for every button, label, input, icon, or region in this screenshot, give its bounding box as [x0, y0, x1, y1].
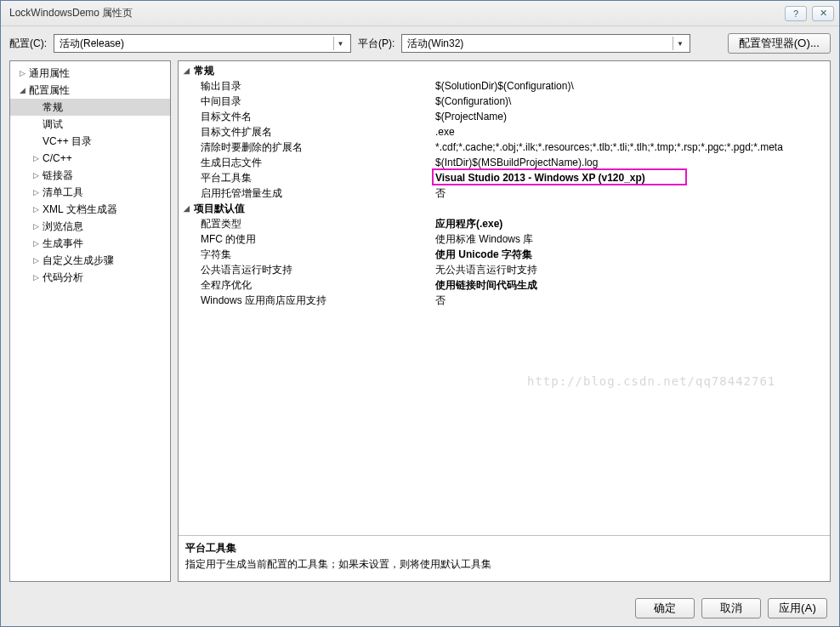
config-manager-button[interactable]: 配置管理器(O)...: [728, 33, 831, 54]
property-label: 输出目录: [180, 78, 435, 94]
property-value[interactable]: 无公共语言运行时支持: [435, 262, 828, 277]
config-combo[interactable]: 活动(Release) ▼: [54, 34, 351, 53]
expand-icon[interactable]: ▷: [31, 188, 41, 197]
property-value[interactable]: Visual Studio 2013 - Windows XP (v120_xp…: [435, 170, 828, 185]
tree-item[interactable]: ▷生成事件: [10, 235, 170, 252]
nav-tree[interactable]: ▷通用属性◢配置属性常规调试VC++ 目录▷C/C++▷链接器▷清单工具▷XML…: [9, 60, 171, 582]
expand-icon[interactable]: ▷: [31, 154, 41, 162]
property-value[interactable]: 否: [435, 185, 828, 201]
property-value[interactable]: .exe: [435, 124, 828, 140]
tree-item[interactable]: VC++ 目录: [10, 133, 170, 150]
ok-button[interactable]: 确定: [635, 598, 695, 618]
tree-item[interactable]: ◢配置属性: [10, 82, 170, 99]
tree-item[interactable]: ▷通用属性: [10, 65, 170, 82]
property-row[interactable]: 启用托管增量生成否: [180, 185, 828, 201]
tree-item[interactable]: 常规: [10, 99, 170, 116]
group-label: 项目默认值: [192, 201, 447, 216]
config-combo-text: 活动(Release): [60, 37, 330, 51]
expand-icon[interactable]: ▷: [31, 273, 41, 282]
tree-item-label: 配置属性: [29, 83, 70, 98]
property-value[interactable]: $(IntDir)$(MSBuildProjectName).log: [435, 155, 828, 170]
property-row[interactable]: 生成日志文件$(IntDir)$(MSBuildProjectName).log: [180, 155, 828, 170]
expand-icon[interactable]: ▷: [31, 239, 41, 248]
property-pages-window: LockWindowsDemo 属性页 ? ✕ 配置(C): 活动(Releas…: [0, 0, 840, 627]
collapse-icon: ◢: [180, 201, 192, 216]
topbar: 配置(C): 活动(Release) ▼ 平台(P): 活动(Win32) ▼ …: [1, 26, 839, 60]
property-value[interactable]: 使用链接时间代码生成: [435, 277, 828, 293]
property-label: 公共语言运行时支持: [180, 262, 435, 277]
property-label: 生成日志文件: [180, 155, 435, 170]
expand-icon[interactable]: ▷: [17, 69, 27, 77]
tree-item[interactable]: ▷自定义生成步骤: [10, 252, 170, 269]
chevron-down-icon: ▼: [673, 37, 686, 50]
property-value[interactable]: 使用 Unicode 字符集: [435, 247, 828, 262]
property-label: 平台工具集: [180, 170, 435, 185]
property-row[interactable]: 目标文件扩展名.exe: [180, 124, 828, 140]
property-value[interactable]: $(ProjectName): [435, 109, 828, 124]
property-label: 配置类型: [180, 216, 435, 231]
property-row[interactable]: Windows 应用商店应用支持否: [180, 293, 828, 308]
property-label: 启用托管增量生成: [180, 185, 435, 201]
tree-item[interactable]: ▷XML 文档生成器: [10, 201, 170, 218]
platform-combo-text: 活动(Win32): [407, 37, 669, 51]
property-value[interactable]: $(Configuration)\: [435, 94, 828, 109]
property-row[interactable]: 配置类型应用程序(.exe): [180, 216, 828, 231]
config-label: 配置(C):: [9, 37, 47, 51]
collapse-icon: ◢: [180, 63, 192, 78]
property-row[interactable]: 字符集使用 Unicode 字符集: [180, 247, 828, 262]
footer: 确定 取消 应用(A): [1, 590, 839, 626]
platform-combo[interactable]: 活动(Win32) ▼: [401, 34, 690, 53]
property-row[interactable]: 平台工具集Visual Studio 2013 - Windows XP (v1…: [180, 170, 828, 185]
property-row[interactable]: 输出目录$(SolutionDir)$(Configuration)\: [180, 78, 828, 94]
platform-label: 平台(P):: [358, 37, 394, 51]
description-pane: 平台工具集 指定用于生成当前配置的工具集；如果未设置，则将使用默认工具集: [179, 535, 830, 581]
property-value[interactable]: 使用标准 Windows 库: [435, 231, 828, 247]
tree-item[interactable]: 调试: [10, 116, 170, 133]
tree-item[interactable]: ▷链接器: [10, 167, 170, 184]
property-label: Windows 应用商店应用支持: [180, 293, 435, 308]
property-group[interactable]: ◢项目默认值: [180, 201, 828, 216]
property-row[interactable]: 公共语言运行时支持无公共语言运行时支持: [180, 262, 828, 277]
tree-item[interactable]: ▷C/C++: [10, 150, 170, 167]
expand-icon[interactable]: ▷: [31, 171, 41, 180]
group-label: 常规: [192, 63, 447, 78]
property-row[interactable]: 清除时要删除的扩展名*.cdf;*.cache;*.obj;*.ilk;*.re…: [180, 140, 828, 155]
property-label: MFC 的使用: [180, 231, 435, 247]
apply-button[interactable]: 应用(A): [768, 598, 827, 618]
property-value[interactable]: *.cdf;*.cache;*.obj;*.ilk;*.resources;*.…: [435, 140, 828, 155]
chevron-down-icon: ▼: [333, 37, 347, 50]
tree-item-label: 自定义生成步骤: [43, 254, 114, 268]
window-title: LockWindowsDemo 属性页: [9, 6, 785, 20]
tree-item-label: XML 文档生成器: [43, 202, 117, 217]
property-label: 字符集: [180, 247, 435, 262]
content-pane: http://blog.csdn.net/qq78442761 ◢常规输出目录$…: [178, 60, 831, 582]
expand-icon[interactable]: ▷: [31, 205, 41, 214]
property-value[interactable]: 否: [435, 293, 828, 308]
description-title: 平台工具集: [185, 541, 823, 556]
property-grid[interactable]: http://blog.csdn.net/qq78442761 ◢常规输出目录$…: [179, 61, 830, 535]
window-buttons: ? ✕: [785, 6, 834, 21]
property-value[interactable]: $(SolutionDir)$(Configuration)\: [435, 78, 828, 94]
watermark: http://blog.csdn.net/qq78442761: [527, 374, 775, 388]
expand-icon[interactable]: ▷: [31, 256, 41, 265]
expand-icon[interactable]: ◢: [17, 86, 27, 94]
tree-item-label: 通用属性: [29, 66, 70, 81]
help-button[interactable]: ?: [785, 6, 807, 21]
close-button[interactable]: ✕: [812, 6, 834, 21]
property-row[interactable]: MFC 的使用使用标准 Windows 库: [180, 231, 828, 247]
property-label: 清除时要删除的扩展名: [180, 140, 435, 155]
property-group[interactable]: ◢常规: [180, 63, 828, 78]
tree-item[interactable]: ▷清单工具: [10, 184, 170, 201]
tree-item-label: VC++ 目录: [43, 134, 92, 149]
expand-icon[interactable]: ▷: [31, 222, 41, 231]
property-row[interactable]: 全程序优化使用链接时间代码生成: [180, 277, 828, 293]
property-row[interactable]: 目标文件名$(ProjectName): [180, 109, 828, 124]
tree-item-label: 浏览信息: [43, 219, 83, 234]
property-label: 中间目录: [180, 94, 435, 109]
help-icon: ?: [793, 9, 798, 19]
property-row[interactable]: 中间目录$(Configuration)\: [180, 94, 828, 109]
property-value[interactable]: 应用程序(.exe): [435, 216, 828, 231]
tree-item[interactable]: ▷浏览信息: [10, 218, 170, 235]
tree-item[interactable]: ▷代码分析: [10, 269, 170, 286]
cancel-button[interactable]: 取消: [701, 598, 761, 618]
